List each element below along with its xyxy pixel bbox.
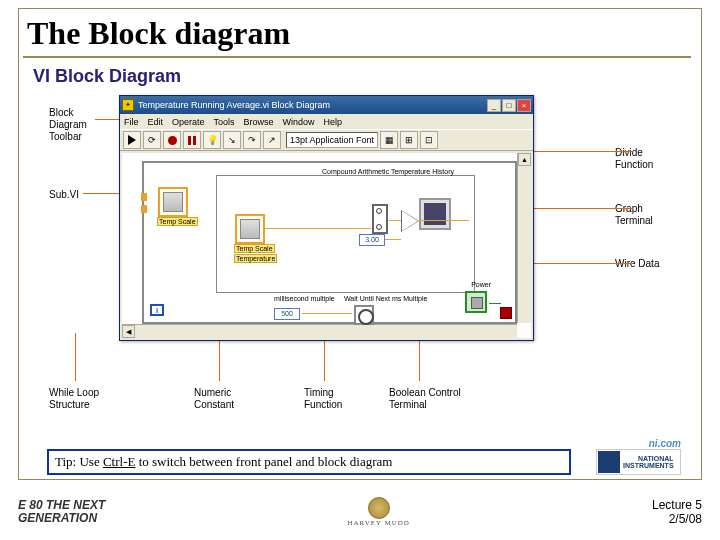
block-diagram-window: ✦ Temperature Running Average.vi Block D… — [119, 95, 534, 341]
align-button[interactable]: ▦ — [380, 131, 398, 149]
graph-terminal[interactable] — [419, 198, 451, 230]
step-out-button[interactable]: ↗ — [263, 131, 281, 149]
reorder-button[interactable]: ⊡ — [420, 131, 438, 149]
wire-3 — [419, 220, 469, 221]
leader-while — [75, 333, 76, 381]
titlebar: ✦ Temperature Running Average.vi Block D… — [120, 96, 533, 114]
label-numeric: Numeric Constant — [194, 387, 249, 411]
pause-button[interactable] — [183, 131, 201, 149]
label-power: Power — [471, 281, 491, 288]
menu-edit[interactable]: Edit — [148, 117, 164, 127]
step-into-button[interactable]: ↘ — [223, 131, 241, 149]
scroll-up-icon[interactable]: ▲ — [518, 153, 531, 166]
subvi-temp-1[interactable]: Temp Scale — [158, 187, 188, 217]
harvey-mudd-logo: HARVEY MUDD — [334, 494, 424, 530]
subvi-temp-2[interactable]: Temp Scale Temperature — [235, 214, 265, 244]
step-over-button[interactable]: ↷ — [243, 131, 261, 149]
wire-2 — [389, 220, 401, 221]
run-button[interactable] — [123, 131, 141, 149]
label-toolbar: Block Diagram Toolbar — [49, 107, 104, 143]
loop-iteration-terminal[interactable]: i — [150, 304, 164, 316]
leader-graph — [533, 208, 633, 209]
menu-browse[interactable]: Browse — [244, 117, 274, 127]
numeric-constant-500[interactable]: 500 — [274, 308, 300, 320]
label-while: While Loop Structure — [49, 387, 109, 411]
footer-left: E 80 THE NEXT GENERATION — [18, 499, 105, 525]
footer-right: Lecture 5 2/5/08 — [652, 498, 702, 527]
label-timing: Timing Function — [304, 387, 354, 411]
scroll-left-icon[interactable]: ◀ — [122, 325, 135, 338]
toolbar: ⟳ 💡 ↘ ↷ ↗ 13pt Application Font ▦ ⊞ ⊡ — [120, 129, 533, 151]
ni-text: NATIONAL INSTRUMENTS — [623, 455, 674, 469]
divide-node[interactable] — [402, 211, 418, 231]
compound-arithmetic-node[interactable] — [372, 204, 388, 234]
highlight-button[interactable]: 💡 — [203, 131, 221, 149]
menu-help[interactable]: Help — [324, 117, 343, 127]
ni-logo: NATIONAL INSTRUMENTS — [596, 449, 681, 475]
hm-seal-icon — [368, 497, 390, 519]
leader-wire — [533, 263, 633, 264]
leader-divide — [533, 151, 633, 152]
diagram-content: Block Diagram Toolbar Sub.VI Divide Func… — [19, 93, 701, 403]
hm-text: HARVEY MUDD — [347, 519, 410, 527]
subvi2-caption-b: Temperature — [234, 254, 277, 263]
title-divider — [23, 56, 691, 58]
close-button[interactable]: × — [517, 99, 531, 112]
label-ms-multiple: millisecond multiple — [274, 295, 335, 302]
wire-timing — [302, 313, 352, 314]
numeric-constant-3[interactable]: 3.00 — [359, 234, 385, 246]
temp-icon — [163, 192, 183, 212]
label-subvi: Sub.VI — [49, 189, 99, 201]
ni-com-text: ni.com — [596, 438, 681, 449]
label-temp-history: Temperature History — [391, 168, 454, 175]
label-wait-until: Wait Until Next ms Multiple — [344, 295, 427, 302]
minimize-button[interactable]: _ — [487, 99, 501, 112]
wait-function[interactable] — [354, 305, 374, 325]
temp-icon-2 — [240, 219, 260, 239]
distribute-button[interactable]: ⊞ — [400, 131, 418, 149]
wire-1 — [265, 228, 371, 229]
menu-tools[interactable]: Tools — [214, 117, 235, 127]
wire-4 — [385, 239, 401, 240]
vertical-scrollbar[interactable]: ▲ — [517, 153, 531, 323]
stop-button[interactable] — [163, 131, 181, 149]
tip-text: Tip: Use Ctrl-E to switch between front … — [55, 454, 392, 469]
wire-bool — [489, 303, 501, 304]
label-compound-arith: Compound Arithmetic — [322, 168, 389, 175]
inner-sequence[interactable]: Compound Arithmetic Temperature History … — [216, 175, 475, 293]
maximize-button[interactable]: □ — [502, 99, 516, 112]
boolean-terminal[interactable] — [465, 291, 487, 313]
run-continuous-button[interactable]: ⟳ — [143, 131, 161, 149]
subvi1-caption: Temp Scale — [157, 217, 198, 226]
tip-box: Tip: Use Ctrl-E to switch between front … — [47, 449, 571, 475]
shift-register-left-1[interactable] — [141, 193, 147, 201]
label-graph: Graph Terminal — [615, 203, 667, 227]
ni-eagle-icon — [598, 451, 620, 473]
slide-subtitle: VI Block Diagram — [33, 66, 701, 87]
label-boolean: Boolean Control Terminal — [389, 387, 469, 411]
window-title: Temperature Running Average.vi Block Dia… — [138, 100, 487, 110]
while-loop[interactable]: Temp Scale Compound Arithmetic Temperatu… — [142, 161, 517, 324]
app-icon: ✦ — [122, 99, 134, 111]
diagram-canvas[interactable]: ▲ ◀ Temp Scale Compound Arithmetic Tempe… — [122, 153, 531, 338]
slide-footer: E 80 THE NEXT GENERATION HARVEY MUDD Lec… — [18, 490, 702, 534]
shift-register-left-2[interactable] — [141, 205, 147, 213]
font-selector[interactable]: 13pt Application Font — [286, 132, 378, 148]
menu-file[interactable]: File — [124, 117, 139, 127]
menu-bar: File Edit Operate Tools Browse Window He… — [120, 114, 533, 129]
menu-window[interactable]: Window — [283, 117, 315, 127]
label-wire: Wire Data — [615, 258, 667, 270]
horizontal-scrollbar[interactable]: ◀ — [122, 324, 517, 338]
leader-toolbar — [95, 119, 119, 120]
menu-operate[interactable]: Operate — [172, 117, 205, 127]
ni-logo-area: ni.com NATIONAL INSTRUMENTS — [596, 438, 681, 475]
slide-title: The Block diagram — [19, 9, 701, 56]
loop-condition-terminal[interactable] — [500, 307, 512, 319]
subvi2-caption: Temp Scale — [234, 244, 275, 253]
